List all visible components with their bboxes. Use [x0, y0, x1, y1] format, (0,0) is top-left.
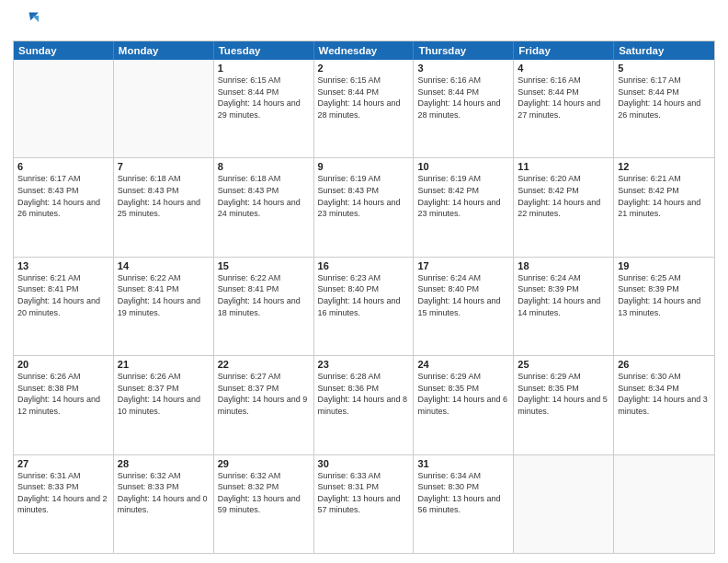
cell-info: Sunrise: 6:21 AM Sunset: 8:41 PM Dayligh… — [17, 272, 109, 318]
calendar-cell-1: 1Sunrise: 6:15 AM Sunset: 8:44 PM Daylig… — [214, 60, 314, 157]
cell-info: Sunrise: 6:26 AM Sunset: 8:37 PM Dayligh… — [118, 371, 210, 417]
calendar-cell-2: 2Sunrise: 6:15 AM Sunset: 8:44 PM Daylig… — [314, 60, 415, 157]
cell-info: Sunrise: 6:30 AM Sunset: 8:34 PM Dayligh… — [618, 371, 711, 417]
cell-info: Sunrise: 6:17 AM Sunset: 8:44 PM Dayligh… — [618, 75, 711, 121]
calendar-cell-4: 4Sunrise: 6:16 AM Sunset: 8:44 PM Daylig… — [514, 60, 614, 157]
cell-info: Sunrise: 6:17 AM Sunset: 8:43 PM Dayligh… — [17, 173, 109, 219]
cell-info: Sunrise: 6:29 AM Sunset: 8:35 PM Dayligh… — [518, 371, 609, 417]
calendar-cell-19: 19Sunrise: 6:25 AM Sunset: 8:39 PM Dayli… — [614, 258, 714, 355]
cell-info: Sunrise: 6:21 AM Sunset: 8:42 PM Dayligh… — [618, 173, 711, 219]
logo-icon — [13, 9, 39, 35]
cell-info: Sunrise: 6:19 AM Sunset: 8:43 PM Dayligh… — [318, 173, 410, 219]
day-number: 8 — [218, 161, 310, 172]
calendar-body: 1Sunrise: 6:15 AM Sunset: 8:44 PM Daylig… — [14, 60, 714, 553]
calendar-cell-5: 5Sunrise: 6:17 AM Sunset: 8:44 PM Daylig… — [614, 60, 714, 157]
logo — [13, 9, 40, 35]
calendar-cell-8: 8Sunrise: 6:18 AM Sunset: 8:43 PM Daylig… — [214, 158, 314, 256]
calendar-cell-empty-4-5 — [514, 455, 614, 553]
day-number: 19 — [618, 260, 711, 271]
day-number: 22 — [218, 359, 310, 370]
day-number: 31 — [417, 458, 509, 469]
header — [13, 9, 715, 35]
day-number: 26 — [618, 359, 711, 370]
cell-info: Sunrise: 6:28 AM Sunset: 8:36 PM Dayligh… — [318, 371, 410, 417]
calendar-cell-26: 26Sunrise: 6:30 AM Sunset: 8:34 PM Dayli… — [614, 356, 714, 454]
cell-info: Sunrise: 6:32 AM Sunset: 8:33 PM Dayligh… — [118, 470, 210, 516]
day-number: 28 — [118, 458, 210, 469]
day-number: 21 — [118, 359, 210, 370]
weekday-header-wednesday: Wednesday — [314, 41, 415, 60]
calendar-row-2: 13Sunrise: 6:21 AM Sunset: 8:41 PM Dayli… — [14, 257, 714, 355]
day-number: 1 — [218, 63, 310, 74]
day-number: 10 — [417, 161, 509, 172]
calendar-cell-3: 3Sunrise: 6:16 AM Sunset: 8:44 PM Daylig… — [414, 60, 514, 157]
calendar-cell-20: 20Sunrise: 6:26 AM Sunset: 8:38 PM Dayli… — [14, 356, 114, 454]
calendar-row-0: 1Sunrise: 6:15 AM Sunset: 8:44 PM Daylig… — [14, 60, 714, 157]
cell-info: Sunrise: 6:24 AM Sunset: 8:40 PM Dayligh… — [417, 272, 509, 318]
calendar-row-1: 6Sunrise: 6:17 AM Sunset: 8:43 PM Daylig… — [14, 157, 714, 256]
day-number: 16 — [318, 260, 410, 271]
calendar-cell-25: 25Sunrise: 6:29 AM Sunset: 8:35 PM Dayli… — [514, 356, 614, 454]
day-number: 9 — [318, 161, 410, 172]
day-number: 14 — [118, 260, 210, 271]
cell-info: Sunrise: 6:18 AM Sunset: 8:43 PM Dayligh… — [218, 173, 310, 219]
cell-info: Sunrise: 6:15 AM Sunset: 8:44 PM Dayligh… — [318, 75, 410, 121]
calendar-cell-31: 31Sunrise: 6:34 AM Sunset: 8:30 PM Dayli… — [414, 455, 514, 553]
day-number: 27 — [17, 458, 109, 469]
weekday-header-monday: Monday — [114, 41, 214, 60]
day-number: 2 — [318, 63, 410, 74]
day-number: 11 — [518, 161, 609, 172]
cell-info: Sunrise: 6:34 AM Sunset: 8:30 PM Dayligh… — [417, 470, 509, 516]
calendar-cell-empty-0-1 — [114, 60, 214, 157]
calendar-cell-24: 24Sunrise: 6:29 AM Sunset: 8:35 PM Dayli… — [414, 356, 514, 454]
svg-marker-1 — [32, 16, 39, 22]
day-number: 25 — [518, 359, 609, 370]
cell-info: Sunrise: 6:20 AM Sunset: 8:42 PM Dayligh… — [518, 173, 609, 219]
day-number: 12 — [618, 161, 711, 172]
calendar-cell-22: 22Sunrise: 6:27 AM Sunset: 8:37 PM Dayli… — [214, 356, 314, 454]
calendar-cell-6: 6Sunrise: 6:17 AM Sunset: 8:43 PM Daylig… — [14, 158, 114, 256]
weekday-header-sunday: Sunday — [14, 41, 114, 60]
calendar-cell-23: 23Sunrise: 6:28 AM Sunset: 8:36 PM Dayli… — [314, 356, 415, 454]
calendar-row-3: 20Sunrise: 6:26 AM Sunset: 8:38 PM Dayli… — [14, 355, 714, 454]
calendar-cell-29: 29Sunrise: 6:32 AM Sunset: 8:32 PM Dayli… — [214, 455, 314, 553]
calendar-cell-7: 7Sunrise: 6:18 AM Sunset: 8:43 PM Daylig… — [114, 158, 214, 256]
day-number: 15 — [218, 260, 310, 271]
day-number: 18 — [518, 260, 609, 271]
calendar-row-4: 27Sunrise: 6:31 AM Sunset: 8:33 PM Dayli… — [14, 454, 714, 553]
cell-info: Sunrise: 6:27 AM Sunset: 8:37 PM Dayligh… — [218, 371, 310, 417]
calendar-cell-11: 11Sunrise: 6:20 AM Sunset: 8:42 PM Dayli… — [514, 158, 614, 256]
day-number: 3 — [417, 63, 509, 74]
day-number: 13 — [17, 260, 109, 271]
calendar-cell-14: 14Sunrise: 6:22 AM Sunset: 8:41 PM Dayli… — [114, 258, 214, 355]
calendar: SundayMondayTuesdayWednesdayThursdayFrid… — [13, 40, 715, 554]
cell-info: Sunrise: 6:31 AM Sunset: 8:33 PM Dayligh… — [17, 470, 109, 516]
calendar-cell-9: 9Sunrise: 6:19 AM Sunset: 8:43 PM Daylig… — [314, 158, 415, 256]
calendar-cell-empty-0-0 — [14, 60, 114, 157]
calendar-header: SundayMondayTuesdayWednesdayThursdayFrid… — [14, 41, 714, 60]
calendar-cell-27: 27Sunrise: 6:31 AM Sunset: 8:33 PM Dayli… — [14, 455, 114, 553]
cell-info: Sunrise: 6:29 AM Sunset: 8:35 PM Dayligh… — [417, 371, 509, 417]
calendar-cell-28: 28Sunrise: 6:32 AM Sunset: 8:33 PM Dayli… — [114, 455, 214, 553]
calendar-cell-empty-4-6 — [614, 455, 714, 553]
weekday-header-tuesday: Tuesday — [214, 41, 314, 60]
calendar-cell-16: 16Sunrise: 6:23 AM Sunset: 8:40 PM Dayli… — [314, 258, 415, 355]
cell-info: Sunrise: 6:16 AM Sunset: 8:44 PM Dayligh… — [518, 75, 609, 121]
cell-info: Sunrise: 6:26 AM Sunset: 8:38 PM Dayligh… — [17, 371, 109, 417]
calendar-cell-13: 13Sunrise: 6:21 AM Sunset: 8:41 PM Dayli… — [14, 258, 114, 355]
calendar-cell-18: 18Sunrise: 6:24 AM Sunset: 8:39 PM Dayli… — [514, 258, 614, 355]
calendar-cell-17: 17Sunrise: 6:24 AM Sunset: 8:40 PM Dayli… — [414, 258, 514, 355]
cell-info: Sunrise: 6:22 AM Sunset: 8:41 PM Dayligh… — [218, 272, 310, 318]
cell-info: Sunrise: 6:23 AM Sunset: 8:40 PM Dayligh… — [318, 272, 410, 318]
day-number: 6 — [17, 161, 109, 172]
calendar-cell-15: 15Sunrise: 6:22 AM Sunset: 8:41 PM Dayli… — [214, 258, 314, 355]
weekday-header-saturday: Saturday — [614, 41, 714, 60]
calendar-cell-12: 12Sunrise: 6:21 AM Sunset: 8:42 PM Dayli… — [614, 158, 714, 256]
cell-info: Sunrise: 6:18 AM Sunset: 8:43 PM Dayligh… — [118, 173, 210, 219]
day-number: 7 — [118, 161, 210, 172]
cell-info: Sunrise: 6:19 AM Sunset: 8:42 PM Dayligh… — [417, 173, 509, 219]
day-number: 30 — [318, 458, 410, 469]
cell-info: Sunrise: 6:33 AM Sunset: 8:31 PM Dayligh… — [318, 470, 410, 516]
cell-info: Sunrise: 6:22 AM Sunset: 8:41 PM Dayligh… — [118, 272, 210, 318]
weekday-header-friday: Friday — [514, 41, 614, 60]
